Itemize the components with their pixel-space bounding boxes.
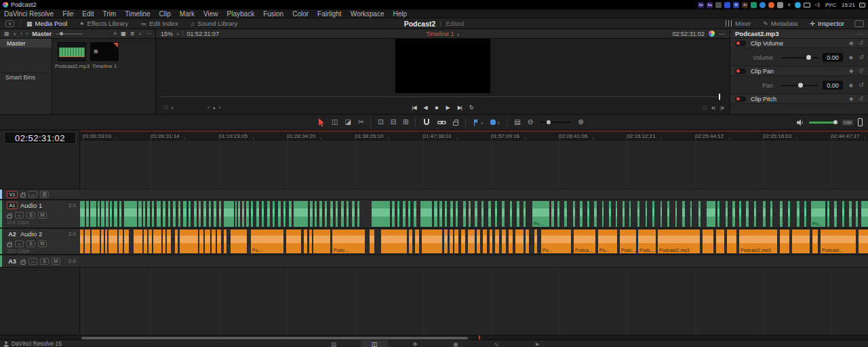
audio-clip-a1[interactable] <box>660 201 662 227</box>
audio-clip-a2[interactable]: Po... <box>541 230 571 253</box>
audio-clip-a1[interactable] <box>587 201 589 227</box>
audio-clip-a2[interactable] <box>163 230 165 253</box>
audio-clip-a2[interactable] <box>859 230 868 253</box>
dim-button[interactable]: DIM <box>842 120 854 126</box>
keyframe-icon[interactable]: ◆ <box>849 68 853 74</box>
flag-button[interactable]: ∨ <box>473 119 483 126</box>
audio-clip-a2[interactable] <box>468 230 475 253</box>
audio-clip-a1[interactable] <box>273 201 275 227</box>
step-back-button[interactable]: ◀ <box>424 105 428 111</box>
video-track-lane-v1[interactable] <box>80 189 868 200</box>
audio-clip-a1[interactable] <box>652 201 654 227</box>
audio-clip-a2[interactable] <box>450 230 453 253</box>
audio-clip-a2[interactable]: Po... <box>598 230 617 253</box>
tray-app-ai[interactable]: Ai <box>742 2 748 8</box>
enable-toggle[interactable] <box>735 96 746 102</box>
goto-end-button[interactable]: ▶| <box>458 105 462 111</box>
volume-value[interactable]: 0.00 <box>823 53 843 62</box>
audio-clip-a2[interactable]: Po... <box>251 230 283 253</box>
audio-clip-a1[interactable] <box>623 201 625 227</box>
audio-clip-a2[interactable]: Podc... <box>638 230 656 253</box>
audio-clip-a1[interactable] <box>372 201 390 227</box>
bin-list-toggle-icon[interactable]: ▦ <box>4 31 9 37</box>
audio-clip-a1[interactable] <box>347 201 349 227</box>
keyframe-icon[interactable]: ◆ <box>849 54 853 60</box>
lock-icon[interactable] <box>7 243 12 246</box>
lock-icon[interactable] <box>20 261 25 264</box>
audio-clip-a1[interactable]: Po... <box>532 201 549 227</box>
chevron-down-icon[interactable]: ∨ <box>176 31 179 36</box>
edit-index-button[interactable]: ≔Edit Index <box>134 18 184 29</box>
menu-davinci-resolve[interactable]: DaVinci Resolve <box>4 10 54 18</box>
razor-tool-button[interactable]: ✂ <box>358 119 363 126</box>
sidebar-item-smart-bins[interactable]: Smart Bins <box>0 73 52 81</box>
timeline-view-options-button[interactable]: ▤ <box>514 119 520 126</box>
audio-clip-a1[interactable] <box>834 201 837 227</box>
audio-clip-a1[interactable] <box>157 201 161 227</box>
volume-slider[interactable] <box>781 57 818 58</box>
sidebar-item-master[interactable]: Master <box>0 39 52 48</box>
audio-clip-a1[interactable] <box>849 201 852 227</box>
audio-clip-a1[interactable] <box>450 201 453 227</box>
track-header-a1[interactable]: A1 Audio 1 2.0 ↔ S M 114 Clips <box>0 200 80 228</box>
viewer-scrub-bar[interactable] <box>161 96 722 97</box>
audio-clip-a1[interactable] <box>124 201 137 227</box>
audio-clip-a2[interactable]: Podcast2.mp3 <box>739 230 777 253</box>
audio-clip-a2[interactable] <box>792 230 810 253</box>
mixer-button[interactable]: Mixer <box>719 18 757 29</box>
search-icon[interactable]: ⌕ <box>139 31 142 37</box>
audio-clip-a1[interactable] <box>414 201 416 227</box>
viewer-zoom-level[interactable]: 15% <box>161 31 173 37</box>
audio-clip-a2[interactable] <box>313 230 330 253</box>
menu-trim[interactable]: Trim <box>103 10 117 18</box>
audio-clip-a1[interactable] <box>502 201 505 227</box>
audio-clip-a1[interactable] <box>242 201 244 227</box>
audio-clip-a2[interactable] <box>134 230 142 253</box>
audio-clip-a1[interactable] <box>267 201 270 227</box>
audio-clip-a2[interactable] <box>716 230 724 253</box>
audio-clip-a2[interactable] <box>490 230 492 253</box>
audio-clip-a1[interactable] <box>780 201 783 227</box>
linked-selection-button[interactable] <box>437 119 446 126</box>
monitor-volume-icon[interactable] <box>796 119 805 126</box>
tray-app-au[interactable]: Au <box>707 2 713 8</box>
audio-clip-a1[interactable] <box>246 201 249 227</box>
sort-icon[interactable]: ≡ <box>114 31 117 37</box>
track-header-a3[interactable]: A3 ↔ S M 2.0 <box>0 255 80 268</box>
mute-button[interactable]: M <box>38 240 47 247</box>
audio-clip-a2[interactable] <box>153 230 161 253</box>
tray-app-ae[interactable]: Ae <box>698 2 704 8</box>
audio-clip-a1[interactable] <box>717 201 719 227</box>
auto-select-icon[interactable]: ↔ <box>28 258 37 265</box>
solo-button[interactable]: S <box>26 240 35 247</box>
audio-clip-a1[interactable] <box>420 201 432 227</box>
menu-timeline[interactable]: Timeline <box>125 10 150 18</box>
audio-clip-a1[interactable] <box>357 201 359 227</box>
audio-clip-a1[interactable] <box>481 201 484 227</box>
audio-clip-a1[interactable] <box>330 201 333 227</box>
audio-clip-a1[interactable] <box>667 201 669 227</box>
audio-clip-a2[interactable] <box>502 230 506 253</box>
audio-clip-a1[interactable] <box>114 201 117 227</box>
audio-clip-a2[interactable] <box>370 230 374 253</box>
audio-clip-a2[interactable] <box>495 230 499 253</box>
audio-clip-a1[interactable] <box>319 201 322 227</box>
enable-toggle[interactable] <box>735 41 746 46</box>
audio-clip-a1[interactable] <box>262 201 264 227</box>
audio-clip-a1[interactable] <box>763 201 766 227</box>
audio-clip-a1[interactable] <box>235 201 237 227</box>
audio-clip-a1[interactable] <box>168 201 170 227</box>
reset-icon[interactable]: ↺ <box>859 96 863 102</box>
scrollbar-thumb[interactable] <box>81 337 468 340</box>
audio-clip-a1[interactable] <box>209 201 211 227</box>
audio-clip-a1[interactable] <box>463 201 466 227</box>
audio-clip-a2[interactable] <box>212 230 216 253</box>
audio-clip-a2[interactable]: Podc... <box>620 230 636 253</box>
viewer-options-icon[interactable]: ⋯ <box>719 31 725 37</box>
audio-clip-a1[interactable] <box>224 201 234 227</box>
audio-clip-a1[interactable] <box>251 201 253 227</box>
audio-clip-a2[interactable] <box>534 230 537 253</box>
language-indicator[interactable]: РУС <box>824 2 837 8</box>
volume-slider-knob[interactable] <box>806 55 811 60</box>
color-palette-icon[interactable] <box>709 31 715 37</box>
